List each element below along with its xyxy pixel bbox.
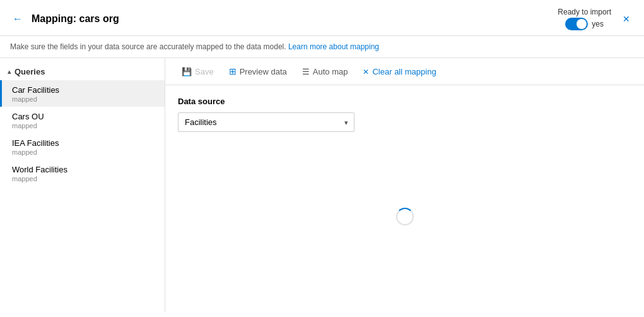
data-source-label: Data source bbox=[178, 97, 631, 106]
content-area: Save Preview data Auto map Clear all map… bbox=[165, 58, 644, 312]
save-icon bbox=[182, 67, 192, 76]
preview-data-button[interactable]: Preview data bbox=[223, 63, 293, 80]
close-button[interactable] bbox=[619, 12, 634, 26]
sidebar: Queries Car Facilities mapped Cars OU ma… bbox=[0, 58, 165, 312]
header-right: Ready to import yes bbox=[558, 8, 634, 30]
dropdown-container: Facilities Cars Locations Organizations bbox=[178, 112, 354, 132]
learn-more-link[interactable]: Learn more about mapping bbox=[288, 42, 379, 51]
subtitle-text: Make sure the fields in your data source… bbox=[10, 42, 286, 51]
save-button[interactable]: Save bbox=[175, 64, 220, 80]
back-button[interactable] bbox=[10, 12, 25, 26]
sidebar-item-world-facilities[interactable]: World Facilities mapped bbox=[0, 160, 165, 186]
close-icon bbox=[623, 13, 630, 24]
sidebar-item-iea-facilities-name: IEA Facilities bbox=[12, 138, 157, 148]
subtitle: Make sure the fields in your data source… bbox=[0, 36, 644, 58]
sidebar-item-car-facilities[interactable]: Car Facilities mapped bbox=[0, 80, 165, 107]
preview-icon bbox=[229, 66, 237, 76]
save-label: Save bbox=[195, 67, 214, 76]
sidebar-item-cars-ou[interactable]: Cars OU mapped bbox=[0, 107, 165, 133]
clear-all-mapping-button[interactable]: Clear all mapping bbox=[356, 64, 442, 80]
import-toggle[interactable] bbox=[565, 18, 588, 30]
data-source-dropdown[interactable]: Facilities Cars Locations Organizations bbox=[178, 112, 354, 132]
main-layout: Queries Car Facilities mapped Cars OU ma… bbox=[0, 58, 644, 312]
loading-spinner bbox=[396, 208, 414, 225]
ready-to-import-section: Ready to import yes bbox=[558, 8, 611, 30]
preview-label: Preview data bbox=[240, 67, 287, 76]
sidebar-item-car-facilities-name: Car Facilities bbox=[12, 85, 157, 95]
sidebar-item-iea-facilities[interactable]: IEA Facilities mapped bbox=[0, 133, 165, 160]
sidebar-item-car-facilities-status: mapped bbox=[12, 95, 157, 103]
toolbar: Save Preview data Auto map Clear all map… bbox=[165, 58, 644, 85]
toggle-row: yes bbox=[565, 18, 604, 30]
queries-header[interactable]: Queries bbox=[0, 63, 165, 80]
panel: Data source Facilities Cars Locations Or… bbox=[165, 85, 644, 312]
sidebar-item-iea-facilities-status: mapped bbox=[12, 148, 157, 156]
auto-map-label: Auto map bbox=[313, 67, 348, 76]
clear-label: Clear all mapping bbox=[372, 67, 436, 76]
sidebar-item-world-facilities-status: mapped bbox=[12, 175, 157, 182]
queries-label: Queries bbox=[15, 67, 45, 76]
toggle-label: yes bbox=[592, 20, 604, 28]
loading-area bbox=[178, 132, 631, 301]
sidebar-item-cars-ou-name: Cars OU bbox=[12, 112, 157, 121]
sidebar-item-cars-ou-status: mapped bbox=[12, 122, 157, 129]
back-icon bbox=[13, 13, 23, 25]
ready-to-import-label: Ready to import bbox=[558, 8, 611, 16]
queries-chevron-icon bbox=[8, 68, 11, 75]
page-title: Mapping: cars org bbox=[32, 13, 119, 25]
header-left: Mapping: cars org bbox=[10, 12, 119, 26]
auto-map-button[interactable]: Auto map bbox=[296, 64, 354, 80]
sidebar-item-world-facilities-name: World Facilities bbox=[12, 165, 157, 174]
auto-map-icon bbox=[302, 67, 310, 76]
clear-icon bbox=[363, 67, 369, 76]
header: Mapping: cars org Ready to import yes bbox=[0, 0, 644, 36]
